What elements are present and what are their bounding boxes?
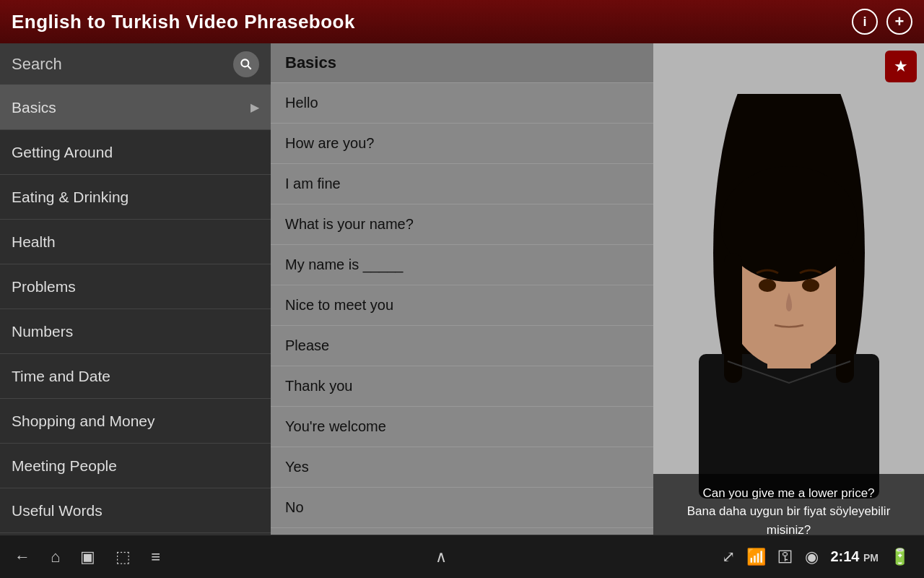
sidebar-item-shopping-money[interactable]: Shopping and Money — [0, 399, 271, 444]
android-icon: ◉ — [805, 548, 819, 566]
search-bar[interactable]: Search — [0, 43, 271, 85]
time-display: 2:14 PM — [830, 548, 879, 565]
sidebar-item-problems[interactable]: Problems — [0, 264, 271, 309]
sidebar-item-time-date[interactable]: Time and Date — [0, 354, 271, 399]
battery-icon: 🔋 — [890, 548, 910, 566]
sidebar-item-label: Getting Around — [12, 144, 113, 161]
nav-center: ∧ — [435, 548, 447, 566]
app-header: English to Turkish Video Phrasebook i + — [0, 0, 924, 43]
header-actions: i + — [852, 9, 912, 35]
fullscreen-icon: ⤢ — [722, 548, 735, 566]
svg-point-0 — [241, 59, 248, 66]
add-button[interactable]: + — [886, 9, 912, 35]
sidebar-item-label: Numbers — [12, 323, 73, 340]
sidebar-item-useful-words[interactable]: Useful Words — [0, 488, 271, 533]
sidebar-items-container: Basics▶Getting AroundEating & DrinkingHe… — [0, 85, 271, 533]
screenshot-button[interactable]: ⬚ — [116, 548, 131, 566]
main-content: Search Basics▶Getting AroundEating & Dri… — [0, 43, 924, 549]
phrase-item-how-are-you[interactable]: How are you? — [271, 124, 653, 164]
home-button[interactable]: ⌂ — [51, 548, 60, 566]
search-icon — [239, 57, 253, 72]
menu-button[interactable]: ≡ — [151, 548, 160, 566]
video-panel: ★ — [653, 43, 924, 549]
phrase-item-what-is-your-name[interactable]: What is your name? — [271, 204, 653, 245]
category-sidebar: Search Basics▶Getting AroundEating & Dri… — [0, 43, 271, 549]
sidebar-item-label: Health — [12, 233, 56, 251]
phrase-item-no[interactable]: No — [271, 488, 653, 528]
phrase-item-youre-welcome[interactable]: You're welcome — [271, 407, 653, 447]
phrase-item-i-am-fine[interactable]: I am fine — [271, 164, 653, 204]
info-button[interactable]: i — [852, 9, 878, 35]
clock-ampm: PM — [863, 552, 879, 564]
scroll-up-button[interactable]: ∧ — [435, 548, 447, 566]
subtitle-text: Can you give me a lower price? Bana daha… — [665, 484, 912, 540]
sidebar-item-numbers[interactable]: Numbers — [0, 309, 271, 354]
sidebar-item-label: Basics — [12, 99, 56, 116]
person-illustration — [655, 94, 923, 499]
star-icon: ★ — [894, 57, 908, 76]
phrases-panel: Basics HelloHow are you?I am fineWhat is… — [271, 43, 653, 549]
search-button[interactable] — [233, 51, 259, 77]
signal-icon: 📶 — [746, 548, 766, 566]
subtitle-line2: Bana daha uygun bir fiyat söyleyebilir m… — [687, 504, 891, 537]
sidebar-item-label: Eating & Drinking — [12, 189, 128, 206]
sidebar-item-getting-around[interactable]: Getting Around — [0, 130, 271, 175]
section-header: Basics — [271, 43, 653, 83]
nav-buttons-left: ← ⌂ ▣ ⬚ ≡ — [14, 548, 160, 566]
sidebar-item-health[interactable]: Health — [0, 220, 271, 264]
svg-line-1 — [248, 66, 251, 69]
sidebar-item-label: Useful Words — [12, 502, 103, 519]
phrase-item-nice-to-meet-you[interactable]: Nice to meet you — [271, 285, 653, 326]
sidebar-item-label: Shopping and Money — [12, 413, 155, 430]
sidebar-item-label: Time and Date — [12, 368, 110, 385]
sidebar-item-eating-drinking[interactable]: Eating & Drinking — [0, 175, 271, 220]
clock-time: 2:14 — [830, 548, 859, 564]
svg-point-11 — [802, 279, 819, 292]
phrase-item-hello[interactable]: Hello — [271, 83, 653, 124]
usb-icon: ⚿ — [777, 548, 793, 566]
phrase-item-thank-you[interactable]: Thank you — [271, 366, 653, 407]
sidebar-item-label: Problems — [12, 278, 76, 296]
sidebar-item-arrow-icon: ▶ — [250, 100, 259, 114]
status-indicators: ⤢ 📶 ⚿ ◉ 2:14 PM 🔋 — [722, 548, 910, 566]
recent-apps-button[interactable]: ▣ — [80, 548, 95, 566]
phrase-item-please[interactable]: Please — [271, 326, 653, 366]
subtitle-line1: Can you give me a lower price? — [702, 486, 874, 500]
phrase-item-yes[interactable]: Yes — [271, 447, 653, 488]
sidebar-item-meeting-people[interactable]: Meeting People — [0, 444, 271, 488]
svg-point-10 — [759, 279, 776, 292]
search-label: Search — [12, 55, 233, 74]
back-button[interactable]: ← — [14, 548, 30, 566]
app-title: English to Turkish Video Phrasebook — [12, 11, 355, 33]
sidebar-item-label: Meeting People — [12, 457, 117, 475]
system-nav-bar: ← ⌂ ▣ ⬚ ≡ ∧ ⤢ 📶 ⚿ ◉ 2:14 PM 🔋 — [0, 535, 924, 578]
favorite-button[interactable]: ★ — [885, 51, 917, 82]
sidebar-item-basics[interactable]: Basics▶ — [0, 85, 271, 130]
phrase-item-my-name-is[interactable]: My name is _____ — [271, 245, 653, 285]
phrases-list: HelloHow are you?I am fineWhat is your n… — [271, 83, 653, 528]
